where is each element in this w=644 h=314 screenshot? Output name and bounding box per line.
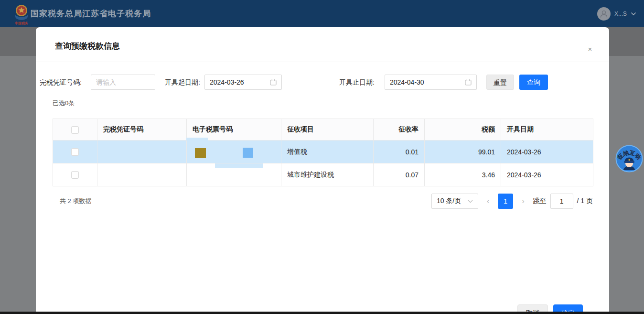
tax-emblem-logo: 中国税务	[10, 2, 33, 26]
end-date-input[interactable]	[390, 78, 461, 86]
avatar[interactable]	[597, 7, 611, 21]
cell-project: 城市维护建设税	[281, 163, 374, 186]
select-all-checkbox[interactable]	[71, 126, 79, 134]
jump-page-input[interactable]	[550, 194, 573, 209]
top-navbar: 中国税务 国家税务总局江苏省电子税务局 X...S	[0, 0, 644, 27]
title-divider	[36, 62, 609, 62]
page-size-select[interactable]: 10 条/页	[431, 194, 478, 209]
page-size-value: 10 条/页	[437, 197, 461, 206]
next-page-button[interactable]: ›	[520, 197, 526, 206]
row-checkbox[interactable]	[71, 171, 79, 179]
person-icon	[599, 9, 609, 19]
pagination: 10 条/页 ‹ 1 › 跳至 / 1 页	[431, 194, 593, 209]
start-date-picker[interactable]	[204, 75, 282, 90]
voucher-number-label: 完税凭证号码:	[40, 78, 82, 87]
page-jump: 跳至 / 1 页	[533, 194, 593, 209]
start-date-label: 开具起日期:	[165, 78, 200, 87]
cell-voucher-no	[97, 141, 187, 163]
redaction-mark-light-blue	[215, 163, 263, 168]
redaction-mark-blue	[243, 148, 253, 158]
header-select-all-cell	[53, 119, 97, 141]
modal-title: 查询预缴税款信息	[55, 41, 120, 52]
selected-count: 已选0条	[53, 99, 75, 108]
end-date-picker[interactable]	[385, 75, 477, 90]
query-prepaid-tax-modal: 查询预缴税款信息 × 完税凭证号码: 开具起日期: 开具止日期: 重置 查询	[36, 27, 609, 314]
screen: 中国税务 国家税务总局江苏省电子税务局 X...S 查询预缴税款信息 × 完税凭…	[0, 0, 644, 314]
interaction-badge[interactable]: 征纳互动	[615, 145, 643, 173]
row-checkbox[interactable]	[71, 148, 79, 156]
bottom-edge-strip	[0, 312, 644, 314]
total-pages-text: / 1 页	[577, 197, 593, 206]
reset-button[interactable]: 重置	[486, 75, 514, 90]
voucher-number-input[interactable]	[91, 75, 155, 90]
user-name[interactable]: X...S	[614, 11, 627, 17]
cell-voucher-no	[97, 163, 187, 186]
col-rate: 征收率	[374, 119, 425, 141]
redaction-mark-light-blue	[186, 138, 208, 141]
start-date-input[interactable]	[210, 78, 266, 86]
cell-project: 增值税	[281, 141, 374, 163]
calendar-icon	[270, 79, 277, 86]
table-header-row: 完税凭证号码 电子税票号码 征收项目 征收率 税额 开具日期	[53, 119, 593, 141]
col-eticket-no: 电子税票号码	[187, 119, 281, 141]
col-voucher-no: 完税凭证号码	[97, 119, 187, 141]
site-title: 国家税务总局江苏省电子税务局	[31, 8, 151, 19]
cell-date: 2024-03-26	[501, 141, 593, 163]
table-footer: 共 2 项数据 10 条/页 ‹ 1 › 跳至 / 1 页	[53, 193, 593, 210]
cell-rate: 0.07	[374, 163, 425, 186]
jump-label: 跳至	[533, 197, 547, 206]
cell-amount: 99.01	[425, 141, 501, 163]
tax-emblem-icon: 中国税务	[10, 2, 33, 26]
calendar-icon	[465, 79, 472, 86]
table-row[interactable]: 增值税 0.01 99.01 2024-03-26	[53, 141, 593, 163]
query-button[interactable]: 查询	[519, 75, 548, 90]
cell-rate: 0.01	[374, 141, 425, 163]
total-count-text: 共 2 项数据	[53, 197, 91, 206]
user-menu[interactable]: X...S	[597, 0, 636, 27]
chevron-down-icon[interactable]	[631, 12, 636, 16]
col-amount: 税额	[425, 119, 501, 141]
current-page-button[interactable]: 1	[498, 194, 513, 209]
col-project: 征收项目	[281, 119, 374, 141]
prev-page-button[interactable]: ‹	[485, 197, 491, 206]
chevron-down-icon	[468, 200, 473, 203]
table-row[interactable]: 城市维护建设税 0.07 3.46 2024-03-26	[53, 163, 593, 186]
cell-date: 2024-03-26	[501, 163, 593, 186]
svg-text:中国税务: 中国税务	[15, 21, 28, 25]
redaction-mark-olive	[195, 148, 206, 158]
results-table: 完税凭证号码 电子税票号码 征收项目 征收率 税额 开具日期 增值税 0.	[53, 119, 593, 186]
close-icon[interactable]: ×	[585, 44, 595, 54]
col-date: 开具日期	[501, 119, 593, 141]
cell-amount: 3.46	[425, 163, 501, 186]
end-date-label: 开具止日期:	[339, 78, 375, 87]
